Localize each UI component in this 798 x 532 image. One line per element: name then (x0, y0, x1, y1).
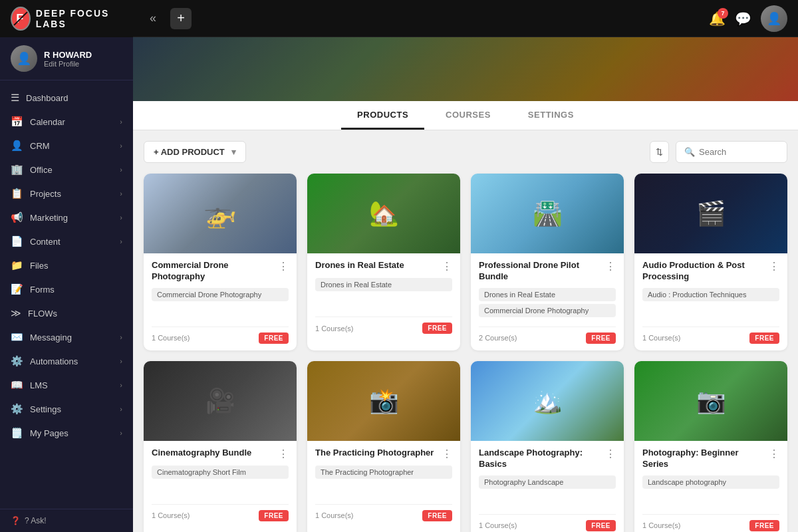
chevron-right-icon: › (120, 429, 122, 437)
quick-add-button[interactable]: + (170, 8, 192, 29)
card-courses-count: 1 Course(s) (479, 521, 517, 529)
logo-icon: F (11, 7, 31, 31)
sidebar-label-mypages: My Pages (30, 428, 68, 438)
sidebar-label-automations: Automations (30, 356, 78, 366)
sidebar-item-content[interactable]: 📄 Content › (0, 229, 133, 253)
product-card-commercial-drone[interactable]: Commercial Drone Photography ⋮ Commercia… (144, 174, 297, 350)
card-menu-button[interactable]: ⋮ (438, 260, 452, 273)
card-menu-button[interactable]: ⋮ (274, 260, 289, 273)
card-footer: 1 Course(s) FREE (642, 514, 779, 531)
topbar: « + 🔔 7 💬 👤 (133, 0, 798, 37)
content-icon: 📄 (11, 235, 23, 247)
card-image (634, 174, 787, 253)
product-card-landscape-photography[interactable]: Landscape Photography: Basics ⋮ Photogra… (471, 361, 624, 532)
edit-profile-link[interactable]: Edit Profile (44, 60, 92, 68)
card-tags: Photography Landscape (479, 475, 616, 509)
card-body: Professional Drone Pilot Bundle ⋮ Drones… (471, 253, 624, 350)
card-courses-count: 1 Course(s) (642, 334, 680, 342)
sidebar-item-office[interactable]: 🏢 Office › (0, 158, 133, 182)
card-body: Drones in Real Estate ⋮ Drones in Real E… (307, 253, 460, 340)
product-card-cinematography-bundle[interactable]: Cinematography Bundle ⋮ Cinematography S… (144, 361, 297, 532)
tab-products[interactable]: PRODUCTS (341, 102, 424, 130)
flows-icon: ≫ (11, 307, 21, 319)
automations-icon: ⚙️ (11, 355, 23, 367)
sidebar-label-calendar: Calendar (30, 117, 65, 127)
tab-courses[interactable]: COURSES (430, 102, 507, 130)
hero-banner: PRODUCTS COURSES SETTINGS (133, 37, 798, 130)
sidebar-item-crm[interactable]: 👤 CRM › (0, 134, 133, 158)
card-courses-count: 2 Course(s) (479, 334, 517, 342)
card-body: Cinematography Bundle ⋮ Cinematography S… (144, 441, 297, 528)
ask-label: ? Ask! (25, 516, 47, 525)
card-price-badge: FREE (422, 510, 452, 521)
sidebar-item-forms[interactable]: 📝 Forms (0, 277, 133, 301)
card-footer: 1 Course(s) FREE (315, 317, 452, 334)
card-title: Cinematography Bundle (152, 448, 274, 459)
sidebar-label-marketing: Marketing (30, 213, 68, 223)
chevron-right-icon: › (120, 357, 122, 365)
search-input[interactable] (699, 147, 779, 157)
products-area: + ADD PRODUCT ▾ ⇅ 🔍 Commercial Drone Pho… (133, 130, 798, 532)
sidebar-item-settings[interactable]: ⚙️ Settings › (0, 397, 133, 421)
card-menu-button[interactable]: ⋮ (274, 448, 289, 460)
sidebar-item-marketing[interactable]: 📢 Marketing › (0, 205, 133, 229)
card-tag: Commercial Drone Photography (152, 288, 289, 301)
sidebar-item-projects[interactable]: 📋 Projects › (0, 182, 133, 205)
add-product-button[interactable]: + ADD PRODUCT ▾ (144, 141, 246, 163)
ask-button[interactable]: ❓ ? Ask! (0, 509, 133, 532)
sidebar-item-mypages[interactable]: 🗒️ My Pages › (0, 421, 133, 445)
sidebar-item-lms[interactable]: 📖 LMS › (0, 373, 133, 397)
lms-icon: 📖 (11, 379, 23, 391)
card-image (634, 361, 787, 441)
marketing-icon: 📢 (11, 211, 23, 223)
chevron-right-icon: › (120, 142, 122, 150)
sidebar-label-office: Office (30, 165, 53, 175)
sidebar-item-messaging[interactable]: ✉️ Messaging › (0, 325, 133, 349)
card-menu-button[interactable]: ⋮ (601, 260, 616, 273)
sidebar-item-dashboard[interactable]: ☰ Dashboard (0, 86, 133, 110)
card-menu-button[interactable]: ⋮ (765, 448, 779, 460)
sidebar-label-lms: LMS (30, 380, 48, 390)
chevron-right-icon: › (120, 237, 122, 245)
tab-settings[interactable]: SETTINGS (512, 102, 590, 130)
card-title: Photography: Beginner Series (642, 448, 765, 470)
search-box: 🔍 (676, 141, 787, 163)
card-price-badge: FREE (422, 323, 452, 334)
card-tag: Drones in Real Estate (479, 288, 616, 301)
profile-name: R HOWARD (44, 50, 92, 60)
sidebar-item-calendar[interactable]: 📅 Calendar › (0, 110, 133, 134)
collapse-sidebar-button[interactable]: « (144, 9, 162, 28)
chevron-right-icon: › (120, 213, 122, 221)
chevron-right-icon: › (120, 118, 122, 126)
messaging-icon: ✉️ (11, 331, 23, 343)
sidebar-item-flows[interactable]: ≫ FLOWs (0, 301, 133, 325)
filter-button[interactable]: ⇅ (650, 141, 669, 163)
notifications-button[interactable]: 🔔 7 (709, 11, 726, 27)
avatar: 👤 (11, 45, 37, 72)
card-body: The Practicing Photographer ⋮ The Practi… (307, 441, 460, 528)
main-content: « + 🔔 7 💬 👤 PRODUCTS COURSES SETTINGS + … (133, 0, 798, 532)
sidebar-label-projects: Projects (30, 189, 61, 199)
card-body: Landscape Photography: Basics ⋮ Photogra… (471, 441, 624, 532)
product-card-photography-beginner[interactable]: Photography: Beginner Series ⋮ Landscape… (634, 361, 787, 532)
sidebar-item-files[interactable]: 📁 Files (0, 253, 133, 277)
product-card-drones-real-estate[interactable]: Drones in Real Estate ⋮ Drones in Real E… (307, 174, 460, 350)
settings-icon: ⚙️ (11, 403, 23, 415)
mypages-icon: 🗒️ (11, 427, 23, 439)
card-menu-button[interactable]: ⋮ (438, 448, 452, 460)
card-menu-button[interactable]: ⋮ (765, 260, 779, 273)
card-tag: Drones in Real Estate (315, 278, 452, 291)
sidebar-item-automations[interactable]: ⚙️ Automations › (0, 349, 133, 373)
product-card-professional-drone-pilot[interactable]: Professional Drone Pilot Bundle ⋮ Drones… (471, 174, 624, 350)
sidebar-label-flows: FLOWs (28, 309, 57, 319)
user-profile[interactable]: 👤 R HOWARD Edit Profile (0, 37, 133, 80)
card-price-badge: FREE (259, 510, 289, 521)
messages-button[interactable]: 💬 (735, 11, 751, 27)
products-grid: Commercial Drone Photography ⋮ Commercia… (144, 174, 787, 532)
card-image (144, 361, 297, 441)
user-avatar[interactable]: 👤 (761, 5, 787, 32)
product-card-practicing-photographer[interactable]: The Practicing Photographer ⋮ The Practi… (307, 361, 460, 532)
product-card-audio-production[interactable]: Audio Production & Post Processing ⋮ Aud… (634, 174, 787, 350)
card-courses-count: 1 Course(s) (642, 521, 680, 529)
card-menu-button[interactable]: ⋮ (601, 448, 616, 460)
